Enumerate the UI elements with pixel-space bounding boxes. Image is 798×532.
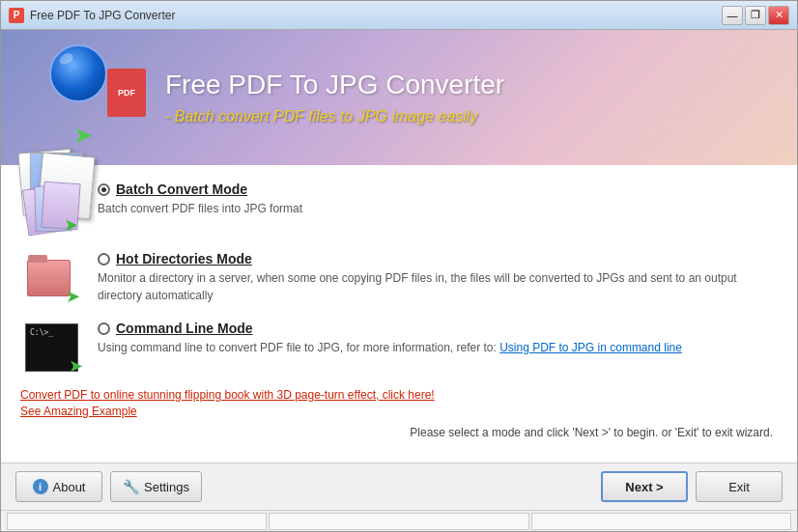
close-button[interactable]: ✕ [768, 6, 789, 25]
batch-mode-icon: ➤ [20, 180, 83, 238]
restore-button[interactable]: ❐ [745, 6, 766, 25]
hot-mode-header[interactable]: Hot Directories Mode [98, 251, 778, 266]
batch-mode-title: Batch Convert Mode [116, 182, 247, 197]
cmd-radio[interactable] [98, 322, 110, 335]
logo-arrow-icon: ➤ [73, 122, 102, 141]
batch-mode-text: Batch Convert Mode Batch convert PDF fil… [98, 180, 778, 217]
minimize-button[interactable]: — [722, 6, 743, 25]
arrow-green-icon: ➤ [64, 214, 78, 236]
wrench-icon: 🔧 [123, 479, 139, 494]
hot-mode-desc: Monitor a directory in a server, when so… [98, 269, 778, 304]
header-banner: ➤ PDF Free PDF To JPG Converter - Batch … [1, 30, 797, 165]
hot-mode-title: Hot Directories Mode [116, 251, 252, 266]
statusbar-panel-1 [7, 513, 267, 530]
statusbar-panel-3 [531, 513, 791, 530]
app-logo: ➤ PDF [20, 40, 146, 155]
header-text: Free PDF To JPG Converter - Batch conver… [165, 70, 778, 126]
next-button[interactable]: Next > [601, 471, 688, 502]
exit-button[interactable]: Exit [696, 471, 783, 502]
cmd-mode-link[interactable]: Using PDF to JPG in command line [499, 341, 682, 354]
batch-mode-desc: Batch convert PDF files into JPG format [98, 200, 778, 217]
batch-mode-header[interactable]: Batch Convert Mode [98, 182, 778, 197]
statusbar-panel-2 [269, 513, 528, 530]
promo-link-1[interactable]: Convert PDF to online stunning flipping … [20, 388, 778, 402]
pages-icon: ➤ [25, 182, 78, 236]
cmd-mode-text: Command Line Mode Using command line to … [98, 319, 778, 356]
cmd-mode-desc: Using command line to convert PDF file t… [98, 339, 778, 356]
pdf-icon: PDF [107, 69, 146, 117]
info-icon: i [33, 479, 48, 494]
folder-shape [27, 260, 71, 296]
app-icon: P [9, 8, 24, 23]
cmd-arrow-icon: ➤ [69, 355, 83, 377]
settings-button[interactable]: 🔧 Settings [110, 471, 202, 502]
app-title: Free PDF To JPG Converter [165, 70, 778, 100]
hot-mode-text: Hot Directories Mode Monitor a directory… [98, 249, 778, 304]
app-subtitle: - Batch convert PDF files to JPG image e… [165, 108, 778, 126]
cmd-text: C:\>_ [30, 328, 53, 337]
cmd-mode-item: C:\>_ ➤ Command Line Mode Using command … [20, 319, 778, 377]
hot-arrow-icon: ➤ [66, 286, 80, 307]
batch-radio[interactable] [98, 183, 110, 196]
about-button[interactable]: i About [15, 471, 102, 502]
statusbar [1, 510, 797, 531]
cmd-mode-title: Command Line Mode [116, 321, 253, 336]
hot-radio[interactable] [98, 253, 110, 266]
hot-mode-item: ➤ Hot Directories Mode Monitor a directo… [20, 249, 778, 307]
promo-links: Convert PDF to online stunning flipping … [20, 388, 778, 418]
cmd-mode-header[interactable]: Command Line Mode [98, 321, 778, 336]
hot-folder-icon: ➤ [25, 252, 78, 305]
content-area: ➤ Batch Convert Mode Batch convert PDF f… [1, 165, 797, 462]
window-controls: — ❐ ✕ [722, 6, 789, 25]
promo-link-2[interactable]: See Amazing Example [20, 405, 778, 418]
status-text: Please select a mode and click 'Next >' … [20, 426, 778, 439]
globe-icon [49, 44, 107, 102]
titlebar: P Free PDF To JPG Converter — ❐ ✕ [1, 1, 797, 30]
batch-mode-item: ➤ Batch Convert Mode Batch convert PDF f… [20, 180, 778, 238]
window-title: Free PDF To JPG Converter [30, 9, 722, 22]
footer-toolbar: i About 🔧 Settings Next > Exit [1, 462, 797, 510]
main-window: P Free PDF To JPG Converter — ❐ ✕ ➤ PDF … [0, 0, 798, 532]
cmd-mode-icon: C:\>_ ➤ [20, 319, 83, 377]
hot-mode-icon: ➤ [20, 249, 83, 307]
